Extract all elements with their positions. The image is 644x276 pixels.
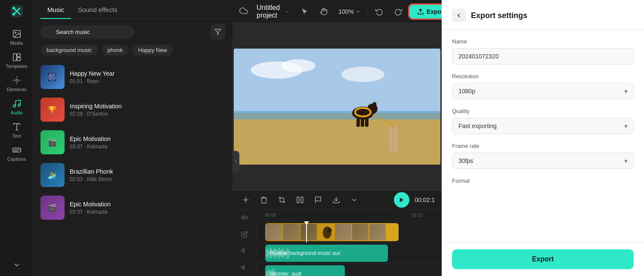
preview-scene (234, 49, 440, 165)
timeline-content: 00:00 00:10 (257, 209, 442, 276)
track-ctrl-edit[interactable] (232, 226, 256, 243)
sidebar-more-btn[interactable] (9, 257, 25, 273)
svg-marker-19 (215, 29, 220, 34)
frame-5 (335, 224, 351, 240)
sidebar-templates-label: Templates (6, 64, 27, 69)
split-btn[interactable] (239, 193, 252, 206)
quality-select-wrapper: Fast exporting High quality (452, 118, 634, 134)
track-ctrl-3[interactable] (232, 259, 256, 276)
timecode: 00:02:1 (415, 196, 435, 203)
frame-2 (283, 224, 300, 240)
collapse-panel-btn[interactable] (232, 151, 239, 172)
export-framerate-label: Frame rate (452, 143, 634, 149)
tag-phonk[interactable]: phonk (102, 45, 129, 55)
list-item[interactable]: 🎬 Epic Motivation 03:37 · Kidmada (34, 191, 232, 224)
svg-rect-47 (394, 126, 397, 152)
export-framerate-field: Frame rate 24fps 25fps 30fps 60fps (452, 143, 634, 169)
undo-btn[interactable] (372, 4, 387, 19)
svg-text:🏄: 🏄 (48, 171, 57, 180)
flag-btn[interactable] (312, 193, 325, 206)
svg-point-60 (328, 228, 332, 232)
svg-marker-55 (400, 197, 403, 202)
sidebar-item-templates[interactable]: Templates (0, 49, 33, 72)
time-mark-0: 00:00 (265, 213, 276, 218)
framerate-select-wrapper: 24fps 25fps 30fps 60fps (452, 153, 634, 169)
list-item[interactable]: 🎬 Epic Motivation 03:37 · Kidmada (34, 126, 232, 159)
resolution-select-wrapper: 720p 1080p 2K 4K (452, 83, 634, 99)
svg-rect-7 (17, 58, 20, 61)
export-name-input[interactable] (452, 48, 634, 64)
audio-track-2: recorder_audi (257, 264, 442, 276)
play-btn[interactable] (394, 192, 409, 208)
svg-point-1 (12, 7, 15, 9)
track-ctrl-1[interactable] (232, 209, 256, 226)
frame-3 (300, 224, 317, 240)
svg-text:🎬: 🎬 (48, 138, 57, 147)
svg-rect-46 (389, 126, 392, 152)
export-header: Export settings (442, 0, 644, 30)
cursor-tool-btn[interactable] (297, 4, 313, 19)
export-button[interactable]: Export (409, 5, 442, 18)
export-resolution-field: Resolution 720p 1080p 2K 4K (452, 73, 634, 99)
sidebar: Media Templates Elements Audio Text Capt… (0, 0, 34, 276)
hand-tool-btn[interactable] (316, 4, 331, 19)
track-meta-5: 03:37 · Kidmada (70, 209, 226, 215)
top-tools: 100% Export (297, 4, 442, 19)
audio-clip-1[interactable]: Positive background music suc (265, 245, 388, 262)
playhead[interactable] (306, 221, 307, 242)
project-title: Untitled project (257, 4, 282, 19)
track-title-5: Epic Motivation (70, 201, 226, 208)
quality-select[interactable]: Fast exporting High quality (452, 118, 634, 134)
audio-clip-2[interactable]: recorder_audi (265, 265, 345, 276)
search-input[interactable] (40, 25, 134, 39)
music-search-row (34, 19, 232, 45)
editor-main: Untitled project 100% (232, 0, 442, 276)
frame-1 (266, 224, 282, 240)
framerate-select[interactable]: 24fps 25fps 30fps 60fps (452, 153, 634, 169)
speed-btn[interactable] (294, 193, 307, 206)
sidebar-elements-label: Elements (7, 87, 27, 92)
export-main-btn[interactable]: Export (452, 249, 634, 269)
tag-background[interactable]: background music (40, 45, 98, 55)
sidebar-item-elements[interactable]: Elements (0, 72, 33, 95)
expand-btn[interactable] (348, 193, 361, 206)
svg-marker-57 (242, 249, 244, 253)
delete-btn[interactable] (257, 193, 270, 206)
sidebar-item-captions[interactable]: Captions (0, 142, 33, 165)
sidebar-item-audio[interactable]: Audio (0, 95, 33, 119)
list-item[interactable]: 🎆 Happy New Year 01:01 · Bepo (34, 61, 232, 93)
export-panel: Export settings Name Resolution 720p 108… (442, 0, 644, 276)
track-thumb-5: 🎬 (40, 196, 65, 220)
download-btn[interactable] (330, 193, 343, 206)
track-thumb-1: 🎆 (40, 65, 65, 89)
list-item[interactable]: 🏆 Inspiring Motivation 02:28 · D'Santos (34, 93, 232, 126)
video-clip[interactable] (265, 223, 399, 241)
list-item[interactable]: 🏄 Brazillian Phonk 02:03 · Killa Storm (34, 159, 232, 191)
redo-btn[interactable] (390, 4, 406, 19)
svg-point-10 (18, 104, 20, 107)
crop-btn[interactable] (276, 193, 288, 206)
sidebar-item-text[interactable]: Text (0, 119, 33, 142)
playhead-head (304, 221, 309, 225)
export-body: Name Resolution 720p 1080p 2K 4K Quality… (442, 30, 644, 242)
track-info-5: Epic Motivation 03:37 · Kidmada (70, 201, 226, 215)
track-ctrl-2[interactable] (232, 243, 256, 260)
project-name[interactable]: Untitled project (253, 2, 292, 21)
tag-happy[interactable]: Happy New (132, 45, 173, 55)
track-title-4: Brazillian Phonk (70, 168, 226, 175)
svg-marker-58 (242, 265, 244, 269)
frame-7 (369, 224, 386, 240)
track-title-3: Epic Motivation (70, 135, 226, 142)
resolution-select[interactable]: 720p 1080p 2K 4K (452, 83, 634, 99)
track-info-2: Inspiring Motivation 02:28 · D'Santos (70, 103, 226, 117)
filter-button[interactable] (210, 24, 226, 40)
sidebar-item-media[interactable]: Media (0, 26, 33, 49)
export-back-btn[interactable] (452, 9, 466, 22)
tab-sound-effects[interactable]: Sound effects (71, 0, 124, 18)
tab-music[interactable]: Music (40, 0, 71, 18)
export-footer: Export (442, 242, 644, 276)
zoom-control[interactable]: 100% (335, 6, 364, 17)
svg-rect-43 (361, 118, 364, 127)
svg-rect-52 (301, 197, 303, 203)
svg-marker-56 (242, 215, 244, 219)
